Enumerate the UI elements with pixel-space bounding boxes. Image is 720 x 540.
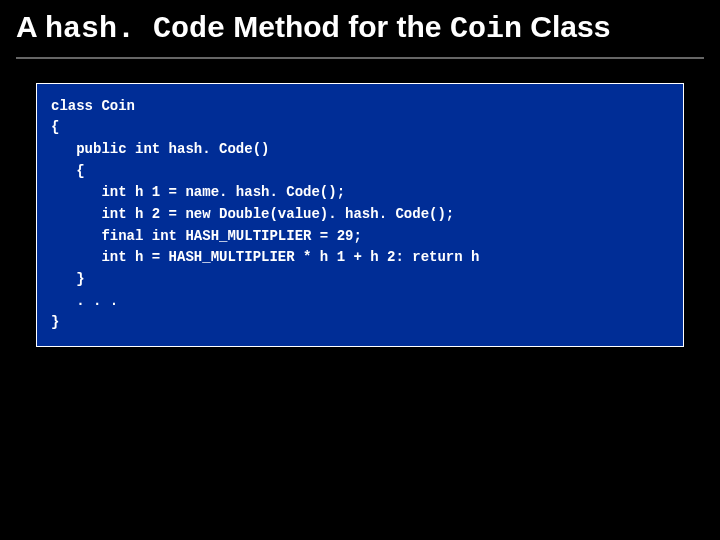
code-block: class Coin { public int hash. Code() { i…: [36, 83, 684, 348]
title-text-pre: A: [16, 10, 45, 43]
title-code-hashcode: hash. Code: [45, 12, 225, 46]
title-code-coin: Coin: [450, 12, 522, 46]
title-text-mid: Method for the: [225, 10, 450, 43]
slide: A hash. Code Method for the Coin Class c…: [0, 0, 720, 540]
slide-title: A hash. Code Method for the Coin Class: [16, 8, 704, 59]
title-text-post: Class: [522, 10, 610, 43]
